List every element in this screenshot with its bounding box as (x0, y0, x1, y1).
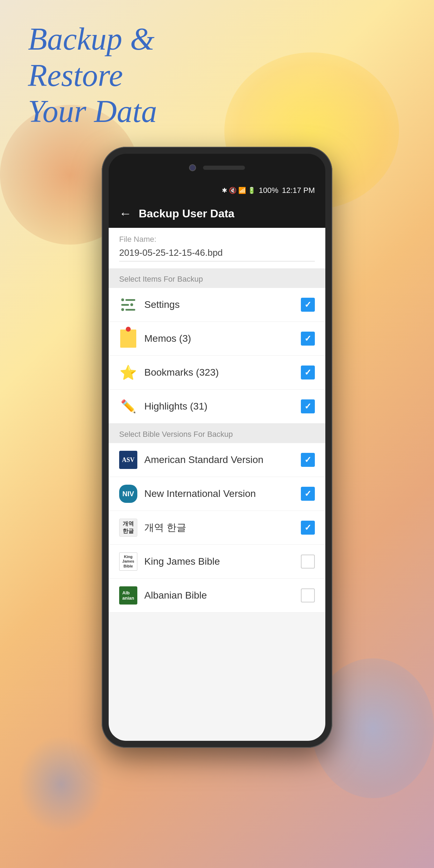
list-item[interactable]: 개역한글 개역 한글 ✓ (109, 511, 325, 545)
list-item[interactable]: Albanian Albanian Bible (109, 579, 325, 613)
settings-checkbox[interactable]: ✓ (301, 298, 315, 312)
bookmarks-label: Bookmarks (323) (144, 367, 294, 378)
back-button[interactable]: ← (119, 206, 132, 221)
page-title: Backup & Restore Your Data (28, 21, 157, 130)
list-item[interactable]: NIV New International Version ✓ (109, 477, 325, 511)
header-title: Backup User Data (139, 207, 234, 220)
phone-wrapper: ✱ 🔇 📶 🔋 100% 12:17 PM ← Backup User Data… (102, 147, 332, 748)
korean-label: 개역 한글 (144, 521, 294, 534)
asv-icon: ASV (119, 451, 137, 469)
list-item[interactable]: ASV American Standard Version ✓ (109, 443, 325, 477)
content-area: File Name: Select Items For Backup (109, 228, 325, 613)
memos-checkbox[interactable]: ✓ (301, 332, 315, 346)
status-bar: ✱ 🔇 📶 🔋 100% 12:17 PM (109, 182, 325, 199)
albanian-label: Albanian Bible (144, 590, 294, 601)
albanian-icon: Albanian (119, 586, 137, 605)
phone-top-bar (109, 154, 325, 182)
kjb-icon: KingJamesBible (119, 552, 137, 571)
list-item[interactable]: Memos (3) ✓ (109, 322, 325, 356)
list-item[interactable]: Settings ✓ (109, 288, 325, 322)
korean-checkbox[interactable]: ✓ (301, 521, 315, 535)
asv-label: American Standard Version (144, 454, 294, 465)
list-item[interactable]: KingJamesBible King James Bible (109, 545, 325, 579)
highlights-checkbox[interactable]: ✓ (301, 399, 315, 413)
niv-label: New International Version (144, 488, 294, 499)
battery-percent: 100% (259, 186, 279, 195)
niv-checkbox[interactable]: ✓ (301, 487, 315, 501)
phone-frame: ✱ 🔇 📶 🔋 100% 12:17 PM ← Backup User Data… (102, 147, 332, 748)
backup-items-header: Select Items For Backup (109, 268, 325, 288)
bible-versions-header: Select Bible Versions For Backup (109, 424, 325, 443)
bookmarks-checkbox[interactable]: ✓ (301, 366, 315, 379)
phone-camera (189, 164, 196, 171)
file-name-input[interactable] (119, 247, 315, 261)
app-header: ← Backup User Data (109, 199, 325, 228)
status-icons: ✱ 🔇 📶 🔋 (222, 187, 255, 194)
asv-checkbox[interactable]: ✓ (301, 453, 315, 467)
settings-icon (119, 296, 137, 314)
bookmark-icon: ⭐ (119, 363, 137, 382)
korean-icon: 개역한글 (119, 519, 137, 537)
status-time: 12:17 PM (282, 186, 315, 195)
file-name-label: File Name: (119, 235, 315, 244)
settings-label: Settings (144, 299, 294, 310)
highlight-icon: ✏️ (119, 397, 137, 415)
memos-label: Memos (3) (144, 333, 294, 344)
highlights-label: Highlights (31) (144, 401, 294, 412)
phone-screen: ✱ 🔇 📶 🔋 100% 12:17 PM ← Backup User Data… (109, 182, 325, 741)
list-item[interactable]: ⭐ Bookmarks (323) ✓ (109, 356, 325, 390)
blob-blue2 (17, 735, 105, 833)
list-item[interactable]: ✏️ Highlights (31) ✓ (109, 390, 325, 424)
memo-icon (119, 330, 137, 348)
albanian-checkbox[interactable] (301, 588, 315, 602)
niv-icon: NIV (119, 485, 137, 503)
phone-speaker (203, 166, 245, 170)
file-name-section: File Name: (109, 228, 325, 268)
kjb-label: King James Bible (144, 556, 294, 567)
kjb-checkbox[interactable] (301, 555, 315, 569)
